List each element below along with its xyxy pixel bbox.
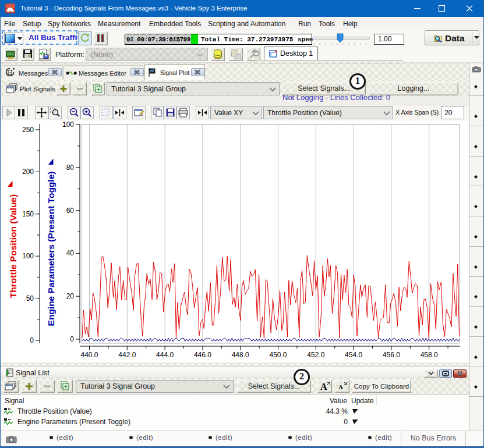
svg-text:440.0: 440.0 <box>80 351 98 359</box>
svg-text:0: 0 <box>70 335 74 343</box>
svg-text:452.0: 452.0 <box>307 351 324 359</box>
svg-text:A: A <box>320 382 327 392</box>
svg-text:446.0: 446.0 <box>194 351 211 359</box>
svg-text:20: 20 <box>66 292 75 300</box>
svg-text:448.0: 448.0 <box>232 351 249 359</box>
svg-text:100: 100 <box>22 252 34 260</box>
svg-text:454.0: 454.0 <box>345 351 362 359</box>
svg-text:50: 50 <box>26 294 34 303</box>
svg-text:200: 200 <box>22 168 34 176</box>
svg-text:458.0: 458.0 <box>421 351 438 359</box>
svg-text:444.0: 444.0 <box>156 351 174 359</box>
svg-text:442.0: 442.0 <box>118 351 136 359</box>
svg-text:0: 0 <box>30 336 34 344</box>
svg-text:Engine Parameters (Present Tog: Engine Parameters (Present Toggle) <box>46 172 56 326</box>
svg-text:100: 100 <box>62 120 74 129</box>
svg-text:456.0: 456.0 <box>383 351 400 359</box>
svg-text:40: 40 <box>66 249 75 257</box>
svg-text:250: 250 <box>22 126 34 134</box>
svg-text:60: 60 <box>66 207 75 215</box>
svg-text:80: 80 <box>66 163 75 172</box>
svg-text:450.0: 450.0 <box>269 351 287 359</box>
svg-text:A: A <box>338 383 343 390</box>
svg-text:150: 150 <box>22 210 34 218</box>
svg-text:Throttle Position (Value): Throttle Position (Value) <box>8 194 18 298</box>
